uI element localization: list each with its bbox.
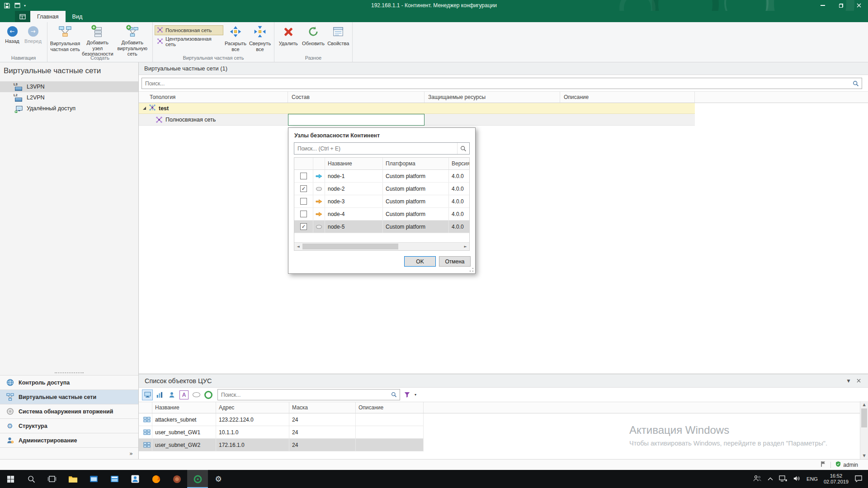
node-row[interactable]: node-3 Custom platform 4.0.0: [294, 195, 469, 208]
create-vpn-button[interactable]: Виртуальная частная сеть: [49, 23, 81, 54]
delete-button[interactable]: Удалить: [276, 23, 300, 54]
properties-button[interactable]: Свойства: [326, 23, 350, 54]
restore-button[interactable]: [832, 0, 850, 11]
scroll-down-icon[interactable]: ▼: [863, 452, 865, 459]
dialog-hscrollbar[interactable]: ◄ ►: [294, 242, 469, 250]
object-row[interactable]: user_subnet_GW1 10.1.1.0 24: [139, 426, 424, 439]
cancel-button[interactable]: Отмена: [439, 256, 471, 267]
language-indicator[interactable]: ENG: [807, 476, 818, 482]
ok-button[interactable]: OK: [404, 256, 436, 267]
filter-text-objects-icon[interactable]: A: [179, 390, 189, 399]
column-header-description[interactable]: Описание: [560, 92, 695, 103]
column-header-address[interactable]: Адрес: [216, 402, 289, 413]
close-button[interactable]: [850, 0, 868, 11]
window-icon[interactable]: [14, 2, 21, 9]
volume-tray-icon[interactable]: [793, 475, 801, 483]
vpn-search-input[interactable]: [142, 80, 850, 87]
save-icon[interactable]: [3, 2, 10, 9]
objects-search-input[interactable]: [218, 392, 388, 398]
node-row[interactable]: ✓ node-5 Custom platform 4.0.0: [294, 221, 469, 233]
vpn-group-row[interactable]: test: [139, 103, 695, 114]
objects-scrollbar[interactable]: ▲ ▼: [860, 401, 868, 459]
app-console-blue-icon[interactable]: [104, 470, 125, 488]
start-button[interactable]: [0, 470, 21, 488]
file-explorer-icon[interactable]: [62, 470, 83, 488]
nav-item-ids[interactable]: Система обнаружения вторжений: [0, 404, 138, 418]
node-row[interactable]: ✓ node-2 Custom platform 4.0.0: [294, 183, 469, 195]
nav-item-structure[interactable]: ⚙ Структура: [0, 418, 138, 433]
app-user-icon[interactable]: [125, 470, 146, 488]
filter-continent-icon[interactable]: [203, 389, 214, 400]
column-header-version[interactable]: Версия: [449, 158, 469, 169]
nav-collapse-button[interactable]: »: [0, 447, 138, 459]
checkbox[interactable]: ✓: [300, 185, 307, 192]
tree-item-remote-access[interactable]: Удалённый доступ: [0, 103, 138, 114]
collapse-all-button[interactable]: Свернуть все: [248, 23, 272, 54]
flag-icon[interactable]: [821, 461, 826, 469]
dialog-search-icon[interactable]: [457, 143, 469, 154]
minimize-button[interactable]: [814, 0, 832, 11]
column-header-resources[interactable]: Защищаемые ресурсы: [425, 92, 560, 103]
show-hidden-icons-chevron[interactable]: [768, 476, 773, 482]
scroll-up-icon[interactable]: ▲: [863, 401, 865, 408]
action-center-icon[interactable]: [854, 475, 863, 483]
continent-manager-icon[interactable]: [187, 470, 208, 488]
firefox-icon[interactable]: [146, 470, 166, 488]
resize-grip[interactable]: [469, 267, 474, 272]
people-tray-icon[interactable]: [753, 475, 762, 483]
task-view-icon[interactable]: [42, 470, 62, 488]
column-header-topology[interactable]: Топология: [139, 92, 288, 103]
tab-vid[interactable]: Вид: [66, 11, 90, 22]
scroll-left-icon[interactable]: ◄: [294, 244, 302, 249]
objects-search-icon[interactable]: [388, 392, 400, 398]
column-header-platform[interactable]: Платформа: [383, 158, 449, 169]
search-icon[interactable]: [850, 80, 862, 87]
filter-users-icon[interactable]: [166, 389, 177, 400]
add-security-node-button[interactable]: Добавить узел безопасности: [81, 23, 114, 54]
back-button[interactable]: ← Назад: [2, 23, 23, 44]
checkbox[interactable]: [300, 198, 307, 205]
app-brown-circle-icon[interactable]: [166, 470, 187, 488]
filter-ellipse-icon[interactable]: [191, 389, 202, 400]
column-header-name[interactable]: Название: [325, 158, 383, 169]
node-row[interactable]: node-1 Custom platform 4.0.0: [294, 170, 469, 183]
checkbox[interactable]: [300, 173, 307, 179]
filter-hosts-icon[interactable]: [142, 389, 153, 400]
sostav-edit-cell[interactable]: [288, 114, 425, 126]
panel-close-icon[interactable]: [854, 376, 863, 385]
app-window-blue-icon[interactable]: [83, 470, 104, 488]
tree-item-l2vpn[interactable]: L2 L2VPN: [0, 92, 138, 103]
object-row[interactable]: attackers_subnet 123.222.124.0 24: [139, 413, 424, 426]
object-row[interactable]: user_subnet_GW2 172.16.1.0 24: [139, 439, 424, 451]
nav-item-administration[interactable]: Администрирование: [0, 433, 138, 447]
filter-funnel-icon[interactable]: [401, 389, 412, 400]
column-header-sostav[interactable]: Состав: [288, 92, 425, 103]
scroll-right-icon[interactable]: ►: [462, 244, 469, 249]
taskbar-search-icon[interactable]: [21, 470, 42, 488]
network-tray-icon[interactable]: [779, 475, 787, 483]
forward-button[interactable]: → Вперед: [23, 23, 43, 44]
expand-all-button[interactable]: Раскрыть все: [223, 23, 248, 54]
full-mesh-toggle[interactable]: Полносвязная сеть: [155, 25, 223, 35]
expand-icon[interactable]: [143, 107, 146, 110]
filter-dropdown-icon[interactable]: ▾: [415, 393, 416, 397]
filter-services-icon[interactable]: [154, 389, 165, 400]
column-header-name[interactable]: Название: [152, 402, 216, 413]
checkbox[interactable]: [300, 211, 307, 217]
clock[interactable]: 16:52 02.07.2019: [824, 473, 849, 485]
current-user[interactable]: admin: [835, 461, 858, 469]
settings-gear-icon[interactable]: ⚙: [208, 470, 229, 488]
nav-splitter-handle[interactable]: [0, 371, 138, 375]
centralized-toggle[interactable]: Централизованная сеть: [155, 37, 223, 47]
column-header-mask[interactable]: Маска: [289, 402, 356, 413]
tree-item-l3vpn[interactable]: L3 L3VPN: [0, 81, 138, 92]
add-virtual-network-button[interactable]: Добавить виртуальную сеть: [114, 23, 151, 54]
panel-collapse-icon[interactable]: ▼: [844, 376, 854, 385]
scrollbar-thumb[interactable]: [861, 408, 867, 427]
refresh-button[interactable]: Обновить: [300, 23, 326, 54]
nav-item-access-control[interactable]: Контроль доступа: [0, 375, 138, 389]
column-header-description[interactable]: Описание: [356, 402, 424, 413]
node-row[interactable]: node-4 Custom platform 4.0.0: [294, 208, 469, 221]
vpn-topology-row[interactable]: Полносвязная сеть: [139, 114, 695, 126]
scrollbar-thumb[interactable]: [302, 244, 398, 249]
